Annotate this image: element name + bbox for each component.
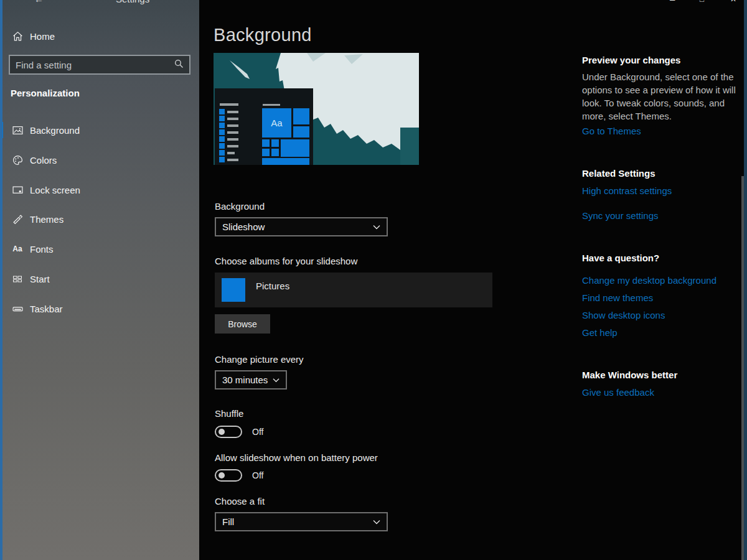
sidebar: Home Find a setting Personalization Back… xyxy=(0,0,199,560)
album-thumbnail xyxy=(222,278,245,302)
sidebar-item-fonts[interactable]: Aa Fonts xyxy=(0,240,199,258)
sidebar-item-label: Start xyxy=(30,274,50,284)
interval-select[interactable]: 30 minutes xyxy=(215,370,287,390)
sidebar-item-background[interactable]: Background xyxy=(0,121,199,139)
search-icon[interactable] xyxy=(174,59,184,71)
toggle-knob xyxy=(218,429,225,435)
give-us-feedback-link[interactable]: Give us feedback xyxy=(582,387,654,398)
shuffle-state: Off xyxy=(252,427,263,437)
sidebar-item-label: Lock screen xyxy=(30,185,80,195)
sidebar-item-colors[interactable]: Colors xyxy=(0,151,199,169)
sidebar-item-label: Home xyxy=(30,31,55,42)
toggle-knob xyxy=(218,472,225,478)
album-name: Pictures xyxy=(256,281,289,307)
interval-select-value: 30 minutes xyxy=(222,375,268,385)
monitor-icon xyxy=(12,184,23,195)
shuffle-toggle[interactable] xyxy=(215,426,242,438)
battery-label: Allow slideshow when on battery power xyxy=(215,452,378,463)
right-screen-edge xyxy=(744,0,747,560)
background-select-value: Slideshow xyxy=(222,222,265,232)
preview-aa-tile: Aa xyxy=(262,108,291,138)
settings-window: Home Find a setting Personalization Back… xyxy=(0,0,747,560)
show-desktop-icons-link[interactable]: Show desktop icons xyxy=(582,310,665,320)
shuffle-toggle-row: Off xyxy=(215,426,263,438)
sidebar-item-label: Background xyxy=(30,125,80,136)
album-row[interactable]: Pictures xyxy=(215,273,492,307)
brush-icon xyxy=(12,213,23,225)
get-help-link[interactable]: Get help xyxy=(582,327,618,338)
home-icon xyxy=(12,30,23,42)
fit-select-value: Fill xyxy=(222,516,234,527)
sidebar-item-label: Taskbar xyxy=(30,304,63,314)
background-preview: Aa xyxy=(214,53,419,165)
page-title: Background xyxy=(214,25,312,45)
preview-changes-body: Under Background, select one of the opti… xyxy=(582,70,740,123)
high-contrast-settings-link[interactable]: High contrast settings xyxy=(582,185,672,196)
taskbar-icon xyxy=(12,303,23,314)
sidebar-item-label: Fonts xyxy=(30,244,54,254)
background-select-label: Background xyxy=(215,201,265,212)
sidebar-item-lock-screen[interactable]: Lock screen xyxy=(0,180,199,199)
find-new-themes-link[interactable]: Find new themes xyxy=(582,292,653,303)
window-title: Settings xyxy=(116,0,149,7)
chevron-down-icon xyxy=(273,378,280,383)
go-to-themes-link[interactable]: Go to Themes xyxy=(582,126,641,136)
back-button[interactable]: ← xyxy=(34,0,44,7)
sidebar-item-label: Colors xyxy=(30,155,57,166)
preview-settings-mockup: Aa xyxy=(215,88,313,165)
fit-select-label: Choose a fit xyxy=(215,496,265,506)
close-button[interactable]: ✕ xyxy=(730,0,736,7)
sidebar-item-label: Themes xyxy=(30,214,63,225)
sidebar-item-home[interactable]: Home xyxy=(0,27,199,45)
fit-select[interactable]: Fill xyxy=(215,512,388,531)
preview-changes-title: Preview your changes xyxy=(582,55,680,65)
sync-your-settings-link[interactable]: Sync your settings xyxy=(582,210,659,221)
related-settings-title: Related Settings xyxy=(582,168,655,179)
albums-label: Choose albums for your slideshow xyxy=(215,256,357,266)
titlebar: ← Settings – □ ✕ xyxy=(0,0,747,7)
section-header: Personalization xyxy=(11,88,80,98)
background-select[interactable]: Slideshow xyxy=(215,217,388,236)
chevron-down-icon xyxy=(373,520,380,525)
battery-state: Off xyxy=(252,470,263,480)
battery-toggle-row: Off xyxy=(215,469,263,482)
interval-select-label: Change picture every xyxy=(215,354,304,365)
scrollbar[interactable] xyxy=(741,176,744,560)
chevron-down-icon xyxy=(373,225,380,230)
battery-toggle[interactable] xyxy=(215,469,242,482)
change-desktop-background-link[interactable]: Change my desktop background xyxy=(582,275,716,286)
have-a-question-title: Have a question? xyxy=(582,253,659,263)
minimize-button[interactable]: – xyxy=(670,0,675,7)
fonts-icon: Aa xyxy=(12,243,23,254)
sidebar-item-taskbar[interactable]: Taskbar xyxy=(0,299,199,318)
shuffle-label: Shuffle xyxy=(215,408,243,419)
sidebar-item-themes[interactable]: Themes xyxy=(0,210,199,228)
tiles-icon xyxy=(12,273,23,284)
image-icon xyxy=(12,124,23,136)
browse-button[interactable]: Browse xyxy=(215,314,270,334)
maximize-button[interactable]: □ xyxy=(700,0,704,7)
left-screen-edge xyxy=(0,0,2,560)
search-input[interactable]: Find a setting xyxy=(9,55,190,75)
search-placeholder: Find a setting xyxy=(16,60,174,70)
palette-icon xyxy=(12,154,23,166)
sidebar-item-start[interactable]: Start xyxy=(0,269,199,288)
make-windows-better-title: Make Windows better xyxy=(582,370,677,380)
